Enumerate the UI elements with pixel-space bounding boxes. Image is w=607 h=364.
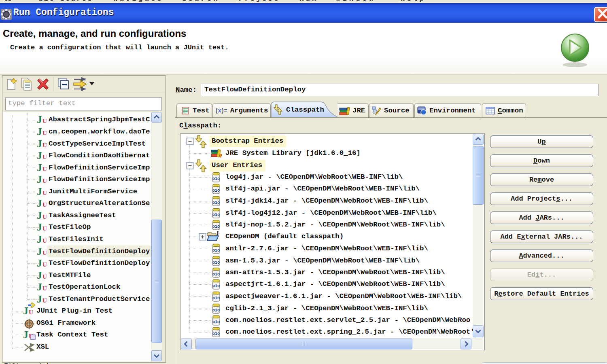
svg-text:o1o: o1o bbox=[212, 284, 220, 288]
svg-text:o1o: o1o bbox=[212, 272, 220, 277]
svg-text:o1o: o1o bbox=[212, 308, 220, 313]
svg-text:o1o: o1o bbox=[212, 224, 220, 229]
svg-text:o1o: o1o bbox=[212, 296, 220, 301]
svg-text:o1o: o1o bbox=[212, 260, 220, 265]
svg-text:o1o: o1o bbox=[212, 201, 220, 205]
svg-text:o1o: o1o bbox=[212, 213, 220, 217]
svg-text:o1o: o1o bbox=[212, 320, 220, 324]
svg-text:o1o: o1o bbox=[212, 188, 220, 193]
svg-text:o1o: o1o bbox=[212, 248, 220, 253]
svg-text:o1o: o1o bbox=[212, 332, 220, 336]
svg-text:J: J bbox=[216, 231, 219, 237]
svg-text:o1o: o1o bbox=[212, 177, 220, 181]
